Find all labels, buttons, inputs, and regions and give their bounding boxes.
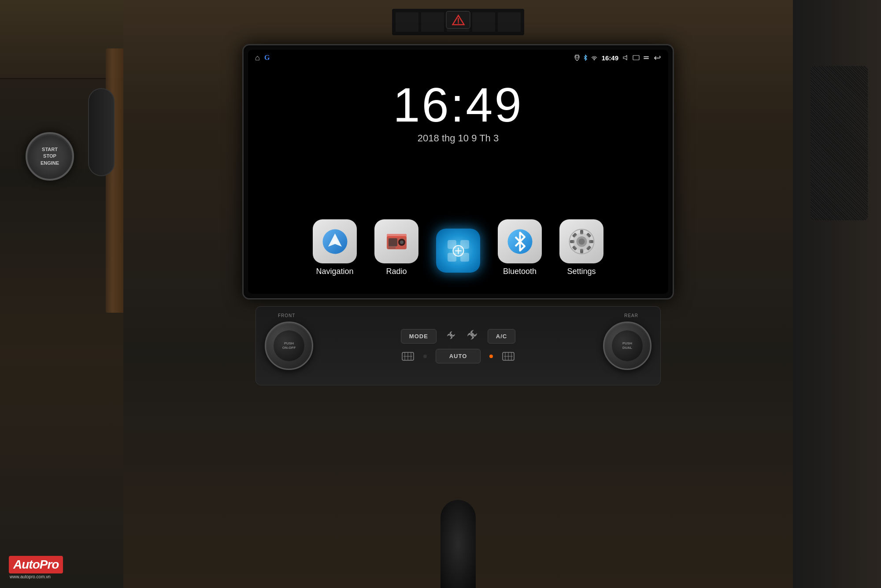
clock-date: 2018 thg 10 9 Th 3 bbox=[248, 133, 668, 144]
hazard-area bbox=[446, 11, 470, 29]
status-bar: ⌂ G 16:49 bbox=[248, 50, 668, 66]
clock-area: 16:49 2018 thg 10 9 Th 3 bbox=[248, 81, 668, 144]
status-home-icon[interactable]: ⌂ bbox=[255, 53, 260, 63]
svg-point-18 bbox=[400, 240, 403, 244]
radio-app[interactable]: Radio bbox=[374, 219, 418, 276]
center-app[interactable] bbox=[436, 229, 480, 276]
radio-icon bbox=[382, 227, 411, 256]
brand-name: AutoPro bbox=[9, 556, 63, 573]
front-label: FRONT bbox=[278, 313, 295, 318]
svg-rect-9 bbox=[633, 55, 639, 60]
indicator-1 bbox=[423, 355, 427, 358]
center-icon-bg bbox=[436, 229, 480, 273]
navigation-app[interactable]: Navigation bbox=[313, 219, 357, 276]
bt-status-icon bbox=[583, 55, 588, 61]
screen-bezel: MIC RST + − ⌂ G bbox=[242, 44, 674, 300]
engine-label: ENGINE bbox=[41, 160, 59, 166]
right-ac-knob[interactable]: PUSH DUAL bbox=[603, 322, 651, 370]
right-knob-line2: DUAL bbox=[622, 346, 632, 350]
navigation-icon-bg bbox=[313, 219, 357, 263]
status-icons bbox=[574, 55, 597, 61]
svg-point-7 bbox=[594, 60, 595, 61]
left-ac-knob[interactable]: PUSH ON-OFF bbox=[265, 322, 313, 370]
svg-rect-16 bbox=[389, 238, 397, 246]
fan-icon-2[interactable] bbox=[466, 328, 479, 344]
vent-slot bbox=[421, 12, 444, 32]
status-time: 16:49 bbox=[602, 54, 618, 62]
autopro-logo: AutoPro www.autopro.com.vn bbox=[9, 556, 63, 579]
left-knob-inner: PUSH ON-OFF bbox=[274, 330, 304, 361]
location-icon bbox=[574, 55, 580, 61]
back-button[interactable]: ↩ bbox=[654, 52, 661, 63]
svg-point-41 bbox=[470, 333, 474, 337]
vent-slot bbox=[498, 12, 521, 32]
bluetooth-app[interactable]: Bluetooth bbox=[498, 219, 542, 276]
right-knob-inner: PUSH DUAL bbox=[612, 330, 643, 361]
stop-label: STOP bbox=[43, 153, 56, 159]
clock-display: 16:49 bbox=[248, 81, 668, 129]
ac-controls: FRONT REAR PUSH ON-OFF MODE bbox=[255, 306, 661, 385]
hazard-icon bbox=[452, 15, 465, 26]
status-right-icons bbox=[623, 55, 649, 60]
center-console: MIC RST + − ⌂ G bbox=[123, 0, 793, 588]
volume-icon bbox=[623, 55, 629, 60]
auto-button[interactable]: AUTO bbox=[436, 349, 481, 363]
right-knob-line1: PUSH bbox=[622, 341, 632, 346]
screen-icon bbox=[633, 55, 640, 60]
right-panel bbox=[793, 0, 881, 588]
fan-icon-1[interactable] bbox=[445, 329, 457, 344]
radio-label: Radio bbox=[386, 267, 407, 276]
settings-app[interactable]: Settings bbox=[559, 219, 603, 276]
gear-shifter bbox=[440, 500, 476, 588]
start-label: START bbox=[42, 146, 58, 153]
vent-slot bbox=[472, 12, 495, 32]
settings-icon bbox=[567, 227, 596, 256]
ac-top-row: MODE bbox=[401, 328, 515, 344]
bluetooth-icon bbox=[506, 227, 534, 256]
ac-button[interactable]: A/C bbox=[488, 329, 515, 344]
stalk-control bbox=[88, 88, 115, 176]
radio-icon-bg bbox=[374, 219, 418, 263]
mode-button[interactable]: MODE bbox=[401, 329, 437, 344]
brand-url: www.autopro.com.vn bbox=[9, 574, 51, 579]
rear-label: REAR bbox=[624, 313, 638, 318]
vent-slot bbox=[396, 12, 418, 32]
ac-bottom-row: AUTO bbox=[401, 349, 515, 363]
android-screen: ⌂ G 16:49 bbox=[248, 50, 668, 294]
svg-rect-15 bbox=[387, 234, 407, 237]
indicator-2 bbox=[489, 355, 493, 358]
hazard-button[interactable] bbox=[446, 11, 470, 29]
fan-svg-1 bbox=[445, 329, 457, 341]
app-icons-row: Navigation bbox=[248, 219, 668, 276]
svg-point-40 bbox=[450, 334, 452, 337]
navigation-label: Navigation bbox=[316, 267, 353, 276]
speaker-grille bbox=[811, 66, 868, 220]
start-stop-button[interactable]: START STOP ENGINE bbox=[26, 132, 74, 181]
left-knob-line1: PUSH bbox=[284, 341, 294, 346]
svg-rect-11 bbox=[644, 58, 649, 59]
settings-label: Settings bbox=[567, 267, 596, 276]
center-icon bbox=[444, 237, 473, 265]
svg-point-13 bbox=[333, 239, 337, 244]
svg-marker-8 bbox=[623, 55, 627, 60]
left-knob-line2: ON-OFF bbox=[282, 346, 296, 350]
svg-point-2 bbox=[458, 22, 459, 23]
signal-icon bbox=[591, 55, 597, 60]
bluetooth-icon-bg bbox=[498, 219, 542, 263]
face-vent-icon bbox=[401, 351, 415, 362]
floor-vent-icon bbox=[502, 351, 515, 362]
left-side-panel: START STOP ENGINE bbox=[0, 0, 123, 588]
menu-icon bbox=[643, 55, 649, 60]
google-icon[interactable]: G bbox=[264, 54, 270, 62]
fan-svg-2 bbox=[466, 328, 479, 341]
svg-rect-10 bbox=[644, 56, 649, 57]
svg-point-6 bbox=[576, 55, 578, 58]
navigation-icon bbox=[321, 227, 349, 256]
ac-center-controls: MODE bbox=[320, 328, 596, 363]
settings-icon-bg bbox=[559, 219, 603, 263]
bluetooth-label: Bluetooth bbox=[503, 267, 537, 276]
svg-point-39 bbox=[578, 238, 585, 244]
